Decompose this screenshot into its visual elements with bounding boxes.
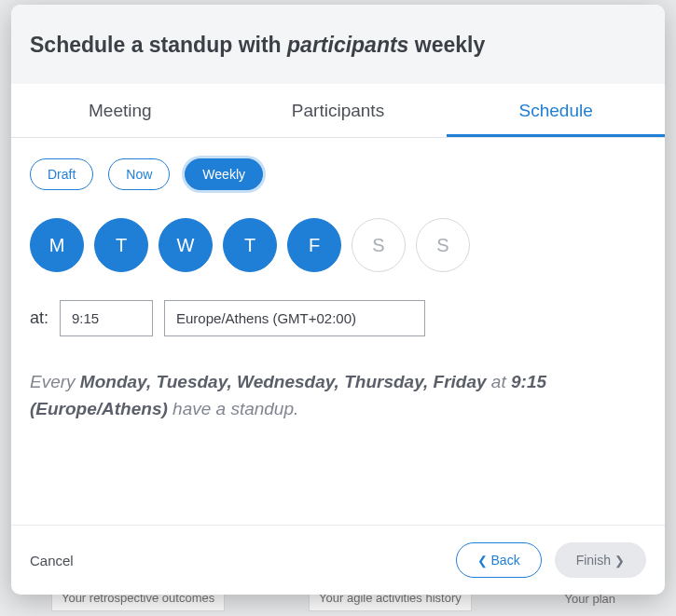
timezone-input[interactable] (164, 300, 425, 336)
day-thursday[interactable]: T (223, 218, 277, 272)
modal-header: Schedule a standup with participants wee… (11, 5, 665, 84)
chevron-right-icon: ❯ (614, 554, 625, 567)
schedule-summary: Every Monday, Tuesday, Wednesday, Thursd… (30, 368, 608, 423)
title-text: weekly (408, 33, 485, 57)
title-participants: participants (287, 33, 408, 57)
mode-draft[interactable]: Draft (30, 158, 93, 190)
tab-bar: Meeting Participants Schedule (11, 84, 665, 138)
time-label: at: (30, 308, 48, 328)
cancel-button[interactable]: Cancel (30, 553, 74, 568)
summary-text: at (487, 372, 511, 391)
summary-text: have a standup. (168, 399, 299, 418)
modal-body: Draft Now Weekly M T W T F S S at: Every… (11, 138, 665, 525)
modal-footer: Cancel ❮ Back Finish ❯ (11, 525, 665, 595)
time-row: at: (30, 300, 646, 336)
day-monday[interactable]: M (30, 218, 84, 272)
day-picker: M T W T F S S (30, 218, 646, 272)
day-saturday[interactable]: S (352, 218, 406, 272)
mode-now[interactable]: Now (108, 158, 170, 190)
day-sunday[interactable]: S (416, 218, 470, 272)
day-friday[interactable]: F (287, 218, 341, 272)
schedule-modal: Schedule a standup with participants wee… (11, 5, 665, 595)
summary-days: Monday, Tuesday, Wednesday, Thursday, Fr… (80, 372, 487, 391)
finish-label: Finish (576, 553, 611, 568)
mode-pills: Draft Now Weekly (30, 158, 646, 190)
tab-participants[interactable]: Participants (229, 84, 448, 137)
day-tuesday[interactable]: T (94, 218, 148, 272)
tab-schedule[interactable]: Schedule (447, 84, 665, 137)
back-label: Back (491, 553, 520, 568)
finish-button[interactable]: Finish ❯ (555, 542, 646, 578)
tab-meeting[interactable]: Meeting (11, 84, 229, 137)
modal-title: Schedule a standup with participants wee… (30, 33, 646, 58)
time-input[interactable] (60, 300, 153, 336)
title-text: Schedule a standup with (30, 33, 287, 57)
chevron-left-icon: ❮ (477, 554, 488, 567)
day-wednesday[interactable]: W (159, 218, 213, 272)
back-button[interactable]: ❮ Back (456, 542, 542, 578)
mode-weekly[interactable]: Weekly (185, 158, 263, 190)
summary-text: Every (30, 372, 80, 391)
